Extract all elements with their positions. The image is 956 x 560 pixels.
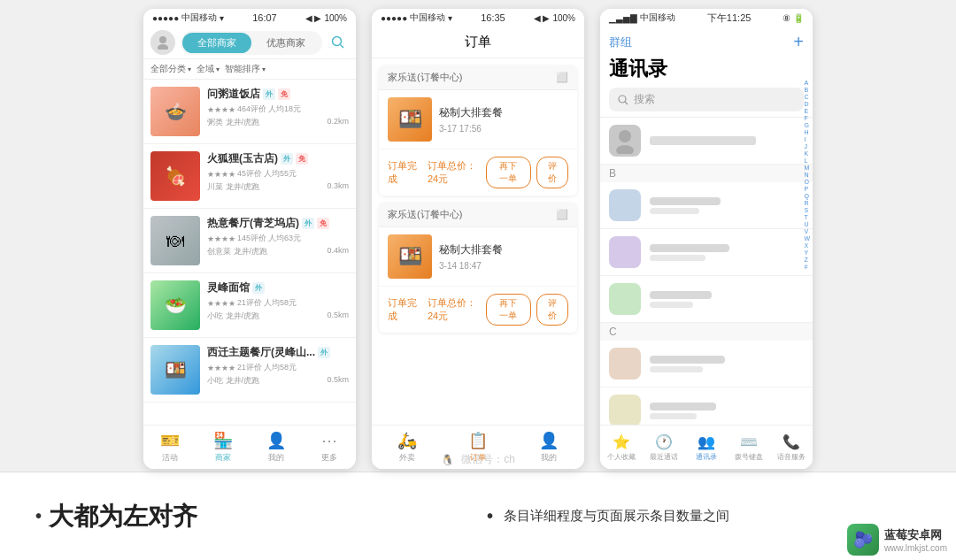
contact-avatar-c2 <box>609 395 641 426</box>
restaurant-meta-3: 创意菜 龙井/虎跑 0.4km <box>207 246 349 257</box>
restaurant-item-4[interactable]: 🥗 灵峰面馆 外 ★★★★21评价 人均58元 小吃 龙井/虎跑 0.5km <box>143 273 356 338</box>
order-2-arrow: ⬜ <box>556 209 568 220</box>
order-1-total: 订单总价：24元 <box>428 159 486 186</box>
phone1-status-left: ●●●●● 中国移动 ▾ <box>152 12 224 24</box>
contact-item-c1[interactable] <box>600 341 813 387</box>
phone-3-frame: ▁▃▅▇ 中国移动 下午11:25 ⑧ 🔋 群组 + 通讯录 搜索 <box>600 9 813 469</box>
review-btn-1[interactable]: 评价 <box>536 157 568 188</box>
reorder-btn-1[interactable]: 再下一单 <box>486 157 531 188</box>
restaurant-info-1: 问粥道饭店 外 免 ★★★★464评价 人均18元 粥类 龙井/虎跑 0.2km <box>207 87 349 136</box>
contact-info-c1 <box>650 356 725 372</box>
restaurant-name-3: 热意餐厅(青芝坞店) 外 免 <box>207 216 349 231</box>
contact-info-b2 <box>650 244 729 261</box>
phone3-status-left: ▁▃▅▇ 中国移动 <box>609 12 675 24</box>
restaurant-item-3[interactable]: 🍽 热意餐厅(青芝坞店) 外 免 ★★★★145评价 人均63元 <box>143 209 356 273</box>
phone1-tab-discount[interactable]: 优惠商家 <box>251 33 320 53</box>
order-footer-1: 订单完成 订单总价：24元 再下一单 评价 <box>379 150 577 196</box>
bottom-left-section: • 大都为左对齐 <box>35 500 469 533</box>
phone1-nav-more[interactable]: ⋯ 更多 <box>303 426 356 469</box>
restaurant-tag-3a: 外 <box>302 218 314 229</box>
order-item-1: 🍱 秘制大排套餐 3-17 17:56 <box>379 90 577 150</box>
phone3-nav-contacts[interactable]: 👥 通讯录 <box>685 426 728 469</box>
restaurant-img-1: 🍲 <box>150 87 200 136</box>
contact-item-b1[interactable] <box>600 182 813 229</box>
phone1-nav-merchant[interactable]: 🏪 商家 <box>197 426 250 469</box>
phone1-nav-activity[interactable]: 🎫 活动 <box>143 426 197 469</box>
phone3-search-placeholder: 搜索 <box>634 92 655 107</box>
phone3-nav-voicemail[interactable]: 📞 语音服务 <box>770 426 813 469</box>
phone3-icons: ⑧ 🔋 <box>783 13 804 23</box>
contact-info-b3 <box>650 291 712 308</box>
activity-icon: 🎫 <box>160 431 180 450</box>
watermark-icon: 🐧 <box>441 454 454 466</box>
voicemail-icon: 📞 <box>783 433 800 450</box>
svg-text:🍽: 🍽 <box>166 231 184 250</box>
contact-avatar-b3 <box>609 283 641 315</box>
phone3-group-row: 群组 + <box>609 32 804 52</box>
delivery-icon: 🛵 <box>397 431 417 450</box>
contact-item-first[interactable] <box>600 118 813 165</box>
logo-name: 蓝莓安卓网 <box>884 527 947 543</box>
phone1-tab-all[interactable]: 全部商家 <box>182 33 251 53</box>
svg-point-1 <box>158 44 168 50</box>
contact-avatar-b1 <box>609 189 641 221</box>
order-food-info-1: 秘制大排套餐 3-17 17:56 <box>439 105 568 134</box>
filter-all-area[interactable]: 全域 <box>197 63 220 75</box>
contacts-icon: 👥 <box>698 433 715 450</box>
order-card-1-header: 家乐送(订餐中心) ⬜ <box>379 65 577 90</box>
contact-item-b2[interactable] <box>600 229 813 276</box>
phone1-nav-mine[interactable]: 👤 我的 <box>250 426 303 469</box>
order-card-2: 家乐送(订餐中心) ⬜ 🍱 秘制大排套餐 3-14 18:47 订单完成 订单总… <box>379 203 577 333</box>
svg-point-5 <box>619 96 626 103</box>
phone3-plus-btn[interactable]: + <box>793 32 804 52</box>
phone1-bottom-nav: 🎫 活动 🏪 商家 👤 我的 ⋯ 更多 <box>143 425 356 469</box>
reorder-btn-2[interactable]: 再下一单 <box>486 294 531 326</box>
restaurant-info-4: 灵峰面馆 外 ★★★★21评价 人均58元 小吃 龙井/虎跑 0.5km <box>207 280 349 330</box>
phone2-battery: 100% <box>552 13 575 23</box>
phone1-filter-bar: 全部分类 全域 智能排序 <box>143 59 356 80</box>
phone3-group-label[interactable]: 群组 <box>609 35 632 50</box>
review-btn-2[interactable]: 评价 <box>536 294 568 326</box>
bullet-right: • <box>487 506 493 526</box>
order-2-total: 订单总价：24元 <box>428 296 486 323</box>
contact-avatar-c1 <box>609 348 641 380</box>
phone2-nav-delivery[interactable]: 🛵 外卖 <box>372 426 443 469</box>
phone1-restaurant-list: 🍲 问粥道饭店 外 免 ★★★★464评价 人均18元 粥类 龙井/虎跑 <box>143 80 356 403</box>
section-header-c: C <box>600 323 813 341</box>
phone1-signal: ◀ ▶ <box>305 13 322 23</box>
order-1-actions: 再下一单 评价 <box>486 157 568 188</box>
phone1-avatar[interactable] <box>150 30 175 55</box>
favorites-icon: ⭐ <box>613 433 630 450</box>
restaurant-info-2: 火狐狸(玉古店) 外 免 ★★★★45评价 人均55元 川菜 龙井/虎跑 0.3… <box>207 151 349 201</box>
phone3-nav-recent[interactable]: 🕐 最近通话 <box>643 426 685 469</box>
filter-all-category[interactable]: 全部分类 <box>150 63 191 75</box>
phone3-bottom-nav: ⭐ 个人收藏 🕐 最近通话 👥 通讯录 ⌨️ 拨号键盘 📞 语音服务 <box>600 425 813 469</box>
order-food-img-1: 🍱 <box>388 97 432 142</box>
restaurant-item-1[interactable]: 🍲 问粥道饭店 外 免 ★★★★464评价 人均18元 粥类 龙井/虎跑 <box>143 80 356 144</box>
mine-icon-2: 👤 <box>539 431 559 450</box>
phone3-alpha-index: ABCDEFGHIJKLMNOPQRSTUVWXYZ# <box>804 80 810 270</box>
recent-icon: 🕐 <box>655 433 673 450</box>
order-footer-2: 订单完成 订单总价：24元 再下一单 评价 <box>379 287 577 333</box>
order-card-2-header: 家乐送(订餐中心) ⬜ <box>379 203 577 227</box>
contact-item-b3[interactable] <box>600 276 813 323</box>
phone1-time: 16:07 <box>252 12 277 23</box>
phone1-nav: 全部商家 优惠商家 <box>143 27 356 59</box>
phone3-status-bar: ▁▃▅▇ 中国移动 下午11:25 ⑧ 🔋 <box>600 9 813 27</box>
search-icon[interactable] <box>328 32 349 53</box>
restaurant-item-5[interactable]: 🍱 西迁主题餐厅(灵峰山... 外 ★★★★21评价 人均58元 小吃 龙井/虎… <box>143 338 356 403</box>
order-1-store: 家乐送(订餐中心) <box>388 71 462 84</box>
restaurant-img-2: 🍖 <box>150 151 200 201</box>
phone3-nav-favorites[interactable]: ⭐ 个人收藏 <box>600 426 643 469</box>
phone3-nav-keypad[interactable]: ⌨️ 拨号键盘 <box>728 426 770 469</box>
phone2-nav-mine[interactable]: 👤 我的 <box>513 426 584 469</box>
phone3-search[interactable]: 搜索 <box>609 88 804 111</box>
restaurant-tag-3b: 免 <box>317 218 329 229</box>
filter-smart-sort[interactable]: 智能排序 <box>225 63 266 75</box>
phone1-wifi: ▾ <box>220 13 224 23</box>
restaurant-item-2[interactable]: 🍖 火狐狸(玉古店) 外 免 ★★★★45评价 人均55元 川菜 龙井/虎跑 <box>143 144 356 209</box>
order-footer-1-left: 订单完成 订单总价：24元 <box>388 159 486 186</box>
bottom-text-area: • 大都为左对齐 • 条目详细程度与页面展示条目数量之间 <box>0 472 956 560</box>
phone2-dots: ●●●●● <box>381 13 407 23</box>
restaurant-meta-2: 川菜 龙井/虎跑 0.3km <box>207 181 349 193</box>
